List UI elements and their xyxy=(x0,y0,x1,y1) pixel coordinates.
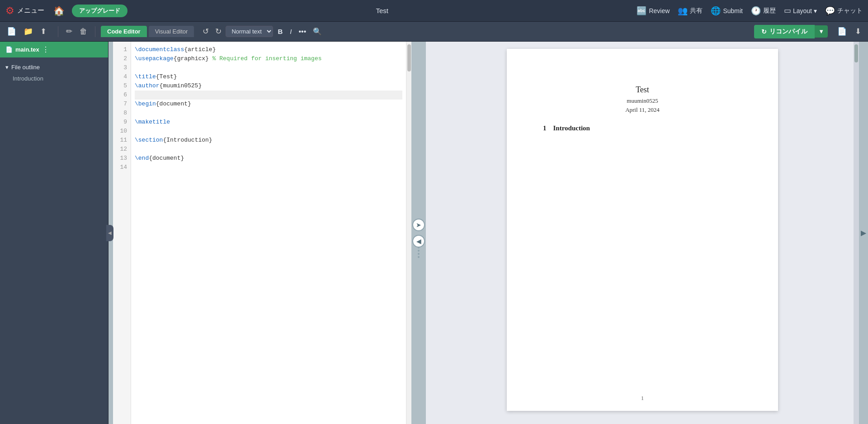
format-select[interactable]: Normal text Heading 1 Heading 2 xyxy=(226,26,273,37)
layout-label: Layout xyxy=(793,7,812,14)
code-line-3 xyxy=(135,63,402,72)
recompile-dropdown-button[interactable]: ▼ xyxy=(815,25,828,38)
preview-scroll-thumb[interactable] xyxy=(854,44,858,62)
code-line-10 xyxy=(135,127,402,136)
preview-section: 1 Introduction xyxy=(543,124,742,132)
recompile-button[interactable]: ↻ リコンパイル xyxy=(754,25,815,38)
preview-section-title: Introduction xyxy=(553,124,590,132)
history-button[interactable]: 🕐 履歴 xyxy=(751,6,776,16)
visual-editor-tab[interactable]: Visual Editor xyxy=(149,26,194,37)
sidebar-file-header: 📄 main.tex ⋮ xyxy=(0,42,108,57)
code-line-14 xyxy=(135,163,402,172)
editor-scrollbar[interactable] xyxy=(406,42,411,424)
line-number-1: 1 xyxy=(113,45,127,54)
bold-button[interactable]: B xyxy=(275,27,285,36)
code-line-8 xyxy=(135,109,402,118)
sidebar-collapse-handle[interactable]: ◀ xyxy=(106,225,113,241)
submit-icon: 🌐 xyxy=(711,6,721,16)
line-number-3: 3 xyxy=(113,63,127,72)
chat-label: チャット xyxy=(837,7,863,15)
outline-label: File outline xyxy=(11,64,40,71)
line-number-7: 7 xyxy=(113,100,127,109)
line-number-4: 4 xyxy=(113,72,127,81)
code-editor-tab[interactable]: Code Editor xyxy=(101,26,147,37)
line-number-2: 2 xyxy=(113,54,127,63)
code-editor[interactable]: \documentclass{article}\usepackage{graph… xyxy=(131,42,406,424)
preview-title: Test xyxy=(543,85,742,95)
divider-1 xyxy=(58,26,58,37)
preview-section-num: 1 xyxy=(543,124,547,132)
chat-icon: 💬 xyxy=(825,6,835,16)
search-button[interactable]: 🔍 xyxy=(310,26,325,37)
preview-right-nav-button[interactable]: ▶ xyxy=(859,227,868,239)
pdf-view-button[interactable]: 📄 xyxy=(835,25,849,38)
logo-icon: ⚙ xyxy=(5,5,14,17)
line-number-5: 5 xyxy=(113,81,127,91)
more-button[interactable]: ••• xyxy=(296,26,308,37)
editor-scroll-thumb[interactable] xyxy=(407,44,411,71)
preview-page: Test muumin0525 April 11, 2024 1 Introdu… xyxy=(507,49,778,411)
line-number-12: 12 xyxy=(113,145,127,154)
line-number-6: 6 xyxy=(113,91,127,100)
recompile-label: リコンパイル xyxy=(769,28,807,36)
code-line-2: \usepackage{graphicx} % Required for ins… xyxy=(135,54,402,63)
menu-label[interactable]: メニュー xyxy=(17,6,44,15)
code-line-5: \author{muumin0525} xyxy=(135,81,402,91)
line-number-14: 14 xyxy=(113,163,127,172)
navbar: ⚙ メニュー 🏠 アップグレード Test 🔤 Review 👥 共有 🌐 Su… xyxy=(0,0,868,22)
code-editor-pane: 1234567891011121314 \documentclass{artic… xyxy=(113,42,411,424)
preview-author: muumin0525 xyxy=(543,97,742,105)
layout-dropdown-icon: ▾ xyxy=(814,7,817,14)
code-line-7: \begin{document} xyxy=(135,100,402,109)
pane-dots xyxy=(418,247,420,258)
home-button[interactable]: 🏠 xyxy=(50,4,68,18)
preview-page-number: 1 xyxy=(641,395,644,402)
document-title: Test xyxy=(131,7,633,14)
line-number-10: 10 xyxy=(113,127,127,136)
delete-button[interactable]: 🗑 xyxy=(77,26,90,38)
redo-button[interactable]: ↻ xyxy=(213,25,224,38)
code-line-1: \documentclass{article} xyxy=(135,45,402,54)
file-toolbar: 📄 📁 ⬆ xyxy=(5,25,49,38)
italic-button[interactable]: I xyxy=(287,27,294,36)
code-line-13: \end{document} xyxy=(135,154,402,163)
new-file-button[interactable]: 📄 xyxy=(5,25,19,38)
preview-scrollbar[interactable] xyxy=(854,42,859,424)
preview-scroll-area[interactable]: Test muumin0525 April 11, 2024 1 Introdu… xyxy=(426,42,859,424)
sidebar-item-introduction[interactable]: Introduction xyxy=(0,73,108,84)
edit-button[interactable]: ✏ xyxy=(64,25,75,38)
review-button[interactable]: 🔤 Review xyxy=(637,6,670,16)
sidebar-file-menu-button[interactable]: ⋮ xyxy=(42,45,49,54)
history-icon: 🕐 xyxy=(751,6,761,16)
undo-button[interactable]: ↺ xyxy=(200,25,211,38)
edit-toolbar: ↺ ↻ Normal text Heading 1 Heading 2 B I … xyxy=(200,25,325,38)
code-line-11: \section{Introduction} xyxy=(135,136,402,145)
share-icon: 👥 xyxy=(678,6,688,16)
submit-button[interactable]: 🌐 Submit xyxy=(711,6,743,16)
layout-button[interactable]: ▭ Layout ▾ xyxy=(784,6,817,15)
nav-right-button[interactable]: ➤ xyxy=(412,219,425,231)
open-file-button[interactable]: 📁 xyxy=(21,25,35,38)
preview-right-nav: ▶ xyxy=(859,42,868,424)
line-number-8: 8 xyxy=(113,109,127,118)
share-label: 共有 xyxy=(690,7,703,15)
chat-button[interactable]: 💬 チャット xyxy=(825,6,863,16)
toolbar-right: 📄 ⬇ xyxy=(835,25,863,38)
sidebar: 📄 main.tex ⋮ ▾ File outline Introduction… xyxy=(0,42,108,424)
code-line-4: \title{Test} xyxy=(135,72,402,81)
share-button[interactable]: 👥 共有 xyxy=(678,6,703,16)
preview-pane: Test muumin0525 April 11, 2024 1 Introdu… xyxy=(426,42,859,424)
layout-icon: ▭ xyxy=(784,6,791,15)
download-button[interactable]: ⬇ xyxy=(853,25,863,38)
preview-date: April 11, 2024 xyxy=(543,106,742,114)
upload-button[interactable]: ⬆ xyxy=(38,25,49,38)
nav-actions: 🔤 Review 👥 共有 🌐 Submit 🕐 履歴 ▭ Layout ▾ 💬… xyxy=(637,6,863,16)
upgrade-button[interactable]: アップグレード xyxy=(72,5,127,17)
nav-left-button[interactable]: ◀ xyxy=(412,235,425,248)
sidebar-body: ▾ File outline Introduction xyxy=(0,57,108,424)
history-label: 履歴 xyxy=(763,7,776,15)
line-number-9: 9 xyxy=(113,118,127,127)
line-number-13: 13 xyxy=(113,154,127,163)
review-label: Review xyxy=(649,7,670,14)
file-outline-header[interactable]: ▾ File outline xyxy=(0,61,108,73)
